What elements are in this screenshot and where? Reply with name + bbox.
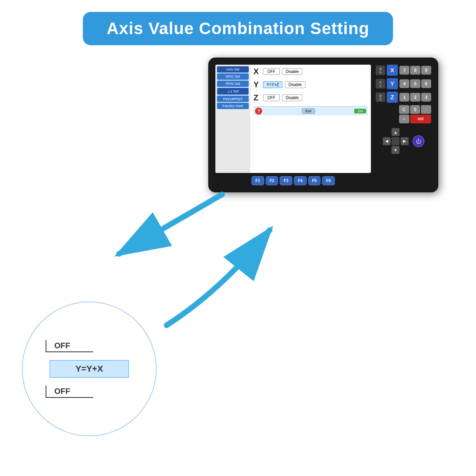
nav-up-button[interactable]: ▲ <box>392 128 399 136</box>
numpad-bottom: C 0 · − ent <box>399 105 431 123</box>
axis-z-label: Z <box>253 93 261 102</box>
x-letter-button[interactable]: X <box>387 65 398 76</box>
menu-item-plusminus-set[interactable]: ⊥± Set <box>217 88 249 95</box>
x-zero-button[interactable]: X0 <box>376 65 385 75</box>
numpad-789: 7 8 9 <box>399 66 431 75</box>
num-1[interactable]: 1 <box>399 93 409 102</box>
num-dot[interactable]: · <box>421 105 431 114</box>
axis-z-controls: Z0 Z 1 2 3 <box>376 92 431 103</box>
exit-button[interactable]: Exit <box>302 108 315 114</box>
axis-row-x: X OFF Disable <box>253 67 368 76</box>
c-button[interactable]: C <box>399 105 409 114</box>
f3-button[interactable]: F3 <box>280 176 292 185</box>
f1-button[interactable]: F1 <box>251 176 264 185</box>
axis-z-value[interactable]: OFF <box>263 94 280 101</box>
axis-x-label: X <box>253 67 261 76</box>
f4-button[interactable]: F4 <box>294 176 307 185</box>
c-ent-row: C 0 · − ent <box>376 105 431 123</box>
screen: Axis Set DRO Set RPM Set ⊥± Set Key1⇌Key… <box>215 65 371 173</box>
arrow-up-right <box>167 230 270 325</box>
nav-right-button[interactable]: ▶ <box>401 137 409 145</box>
f2-button[interactable]: F2 <box>266 176 278 185</box>
menu-item-rpm-set[interactable]: RPM Set <box>217 81 249 87</box>
axis-y-controls: Y0 Y 4 5 6 <box>376 78 431 89</box>
zoom-yyx-box: Y=Y+X <box>50 360 129 378</box>
num-8[interactable]: 8 <box>410 66 420 75</box>
axis-z-disable[interactable]: Disable <box>282 94 302 101</box>
power-button[interactable]: ⏻ <box>413 135 424 147</box>
help-button[interactable]: ? <box>255 107 262 115</box>
menu-item-factory-reset[interactable]: Facotry reset <box>217 103 249 109</box>
page-title: Axis Value Combination Setting <box>107 19 369 38</box>
device-container: Axis Set DRO Set RPM Set ⊥± Set Key1⇌Key… <box>208 58 438 192</box>
nav-center-button[interactable] <box>392 137 399 145</box>
header-banner: Axis Value Combination Setting <box>83 12 393 45</box>
zoom-off-row-1: OFF <box>46 340 133 352</box>
num-9[interactable]: 9 <box>421 66 431 75</box>
menu-item-axis-set[interactable]: Axis Set <box>217 66 249 73</box>
zoom-off-row-2: OFF <box>46 386 133 398</box>
num-6[interactable]: 6 <box>421 79 431 88</box>
f6-button[interactable]: F6 <box>322 176 335 185</box>
num-5[interactable]: 5 <box>410 79 420 88</box>
nav-cross: ▲ ◀ ▶ ▼ <box>383 128 409 154</box>
set-button[interactable]: Set <box>354 109 366 113</box>
right-panel: X0 X 7 8 9 Y0 Y 4 5 6 <box>376 65 431 185</box>
ent-button[interactable]: ent <box>410 115 431 123</box>
num-7[interactable]: 7 <box>399 66 409 75</box>
nav-down-button[interactable]: ▼ <box>392 146 399 154</box>
menu-item-key-swap[interactable]: Key1⇌Key2 <box>217 96 249 102</box>
screen-section: Axis Set DRO Set RPM Set ⊥± Set Key1⇌Key… <box>215 65 371 185</box>
zoom-off-box-2: OFF <box>46 386 93 398</box>
z-letter-button[interactable]: Z <box>387 92 398 103</box>
numpad-456: 4 5 6 <box>399 79 431 88</box>
y-letter-button[interactable]: Y <box>387 78 398 89</box>
axis-y-disable[interactable]: Disable <box>285 81 305 88</box>
zoom-circle: OFF Y=Y+X OFF <box>22 301 157 436</box>
axis-y-value[interactable]: Y=Y+Z <box>263 81 282 88</box>
axis-row-y: Y Y=Y+Z Disable <box>253 80 368 89</box>
f5-button[interactable]: F5 <box>308 176 321 185</box>
axis-x-disable[interactable]: Disable <box>282 68 302 75</box>
y-zero-button[interactable]: Y0 <box>376 79 385 88</box>
device-body: Axis Set DRO Set RPM Set ⊥± Set Key1⇌Key… <box>208 58 438 192</box>
menu-sidebar: Axis Set DRO Set RPM Set ⊥± Set Key1⇌Key… <box>215 65 250 173</box>
menu-item-dro-set[interactable]: DRO Set <box>217 73 249 80</box>
nav-row: ▲ ◀ ▶ ▼ ⏻ <box>376 128 431 154</box>
screen-content: X OFF Disable Y Y=Y+Z Disable Z OFF Disa… <box>250 65 371 173</box>
zoom-off-box-1: OFF <box>46 340 93 352</box>
z-zero-button[interactable]: Z0 <box>376 92 385 102</box>
axis-y-label: Y <box>253 80 261 89</box>
axis-x-value[interactable]: OFF <box>263 68 280 75</box>
axis-x-controls: X0 X 7 8 9 <box>376 65 431 76</box>
num-3[interactable]: 3 <box>421 93 431 102</box>
f-buttons-row: F1 F2 F3 F4 F5 F6 <box>215 176 371 185</box>
nav-left-button[interactable]: ◀ <box>383 137 391 145</box>
axis-row-z: Z OFF Disable <box>253 93 368 102</box>
num-0[interactable]: 0 <box>410 105 420 114</box>
numpad-123: 1 2 3 <box>399 93 431 102</box>
num-2[interactable]: 2 <box>410 93 420 102</box>
arrow-down-left <box>119 194 222 254</box>
screen-bottom-bar: ? Exit Set <box>253 106 368 115</box>
num-4[interactable]: 4 <box>399 79 409 88</box>
num-minus[interactable]: − <box>399 115 409 123</box>
